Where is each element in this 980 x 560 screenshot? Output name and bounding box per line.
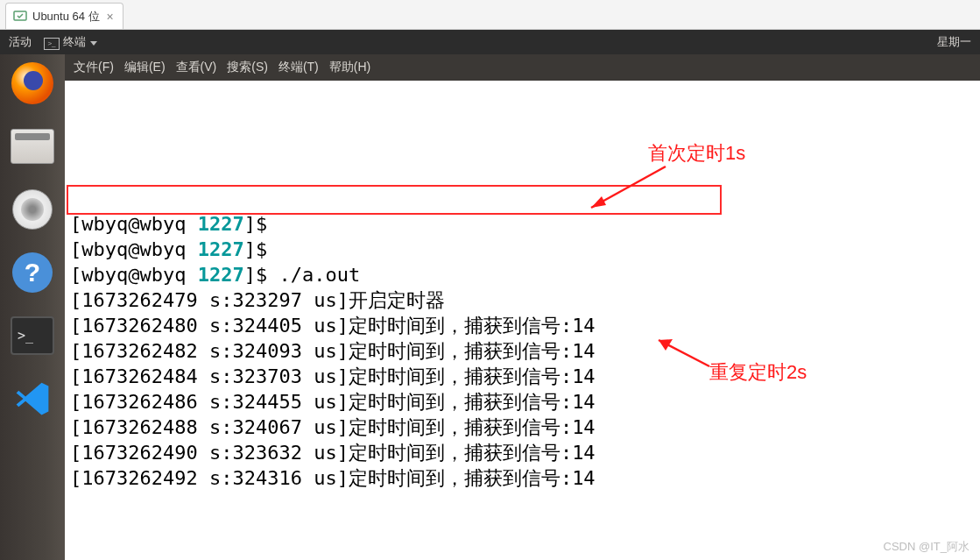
output-line: [1673262488 s:324067 us]定时时间到，捕获到信号:14 <box>70 415 975 440</box>
terminal-menubar: 文件(F) 编辑(E) 查看(V) 搜索(S) 终端(T) 帮助(H) <box>65 54 980 81</box>
chevron-down-icon <box>90 41 97 46</box>
terminal-output[interactable]: [wbyq@wbyq 1227]$[wbyq@wbyq 1227]$[wbyq@… <box>65 81 980 560</box>
terminal-window: 文件(F) 编辑(E) 查看(V) 搜索(S) 终端(T) 帮助(H) [wby… <box>65 54 980 560</box>
app-menu-label: 终端 <box>63 35 86 48</box>
annotation-highlight-box <box>67 185 722 215</box>
speaker-icon <box>12 189 53 230</box>
app-menu[interactable]: >_ 终端 <box>44 34 97 50</box>
output-line: [1673262486 s:324455 us]定时时间到，捕获到信号:14 <box>70 389 975 415</box>
gnome-top-panel: 活动 >_ 终端 星期一 <box>0 30 980 54</box>
dock-terminal[interactable]: >_ <box>9 312 56 359</box>
prompt-line: [wbyq@wbyq 1227]$ <box>70 237 975 262</box>
terminal-icon: >_ <box>11 316 54 355</box>
menu-view[interactable]: 查看(V) <box>176 60 217 75</box>
close-icon[interactable]: × <box>105 10 116 24</box>
dock-files[interactable] <box>9 123 56 170</box>
menu-search[interactable]: 搜索(S) <box>227 60 268 75</box>
vm-tab-title: Ubuntu 64 位 <box>32 9 100 25</box>
dock-rhythmbox[interactable] <box>9 186 56 233</box>
menu-help[interactable]: 帮助(H) <box>329 60 370 75</box>
output-line: [1673262480 s:324405 us]定时时间到，捕获到信号:14 <box>70 313 975 338</box>
menu-terminal[interactable]: 终端(T) <box>278 60 319 75</box>
output-line: [1673262482 s:324093 us]定时时间到，捕获到信号:14 <box>70 338 975 364</box>
prompt-line: [wbyq@wbyq 1227]$ <box>70 211 975 237</box>
ubuntu-dock: ? >_ <box>0 54 65 560</box>
vm-monitor-icon <box>13 10 27 24</box>
dock-firefox[interactable] <box>9 60 56 107</box>
output-line: [1673262490 s:323632 us]定时时间到，捕获到信号:14 <box>70 440 975 465</box>
activities-button[interactable]: 活动 <box>9 34 32 50</box>
dock-help[interactable]: ? <box>9 249 56 296</box>
prompt-line: [wbyq@wbyq 1227]$ ./a.out <box>70 262 975 287</box>
vm-tab-bar: Ubuntu 64 位 × <box>0 0 980 30</box>
menu-edit[interactable]: 编辑(E) <box>124 60 166 75</box>
output-line: [1673262484 s:323703 us]定时时间到，捕获到信号:14 <box>70 364 975 389</box>
output-line: [1673262479 s:323297 us]开启定时器 <box>70 287 975 313</box>
watermark: CSDN @IT_阿水 <box>884 539 969 555</box>
terminal-icon: >_ <box>44 38 60 50</box>
output-line: [1673262492 s:324316 us]定时时间到，捕获到信号:14 <box>70 465 975 491</box>
dock-vscode[interactable] <box>9 375 56 422</box>
clock-day[interactable]: 星期一 <box>937 34 971 50</box>
files-icon <box>11 129 54 164</box>
vm-tab[interactable]: Ubuntu 64 位 × <box>5 3 123 29</box>
firefox-icon <box>11 62 53 104</box>
menu-file[interactable]: 文件(F) <box>74 60 114 75</box>
vscode-icon <box>12 379 53 419</box>
help-icon: ? <box>12 252 53 293</box>
